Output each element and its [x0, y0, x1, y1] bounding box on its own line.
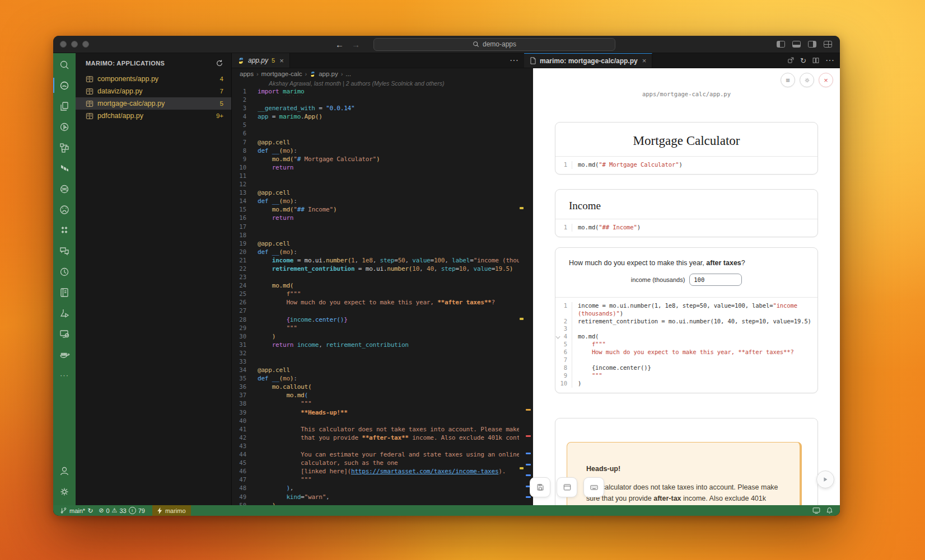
github-icon[interactable] — [53, 199, 76, 220]
problems-item[interactable]: ⊘ 0 ⚠ 33 i 79 — [96, 505, 148, 516]
keyboard-icon — [589, 482, 599, 492]
preview-code-line: 4mo.md( — [555, 333, 817, 341]
remote-monitor-icon[interactable] — [53, 323, 76, 344]
bell-icon[interactable] — [826, 507, 833, 514]
settings-button[interactable] — [800, 73, 814, 87]
code-line: 43 — [232, 442, 524, 450]
activity-bar: ··· — [53, 53, 76, 505]
sidebar-item-mortgage-calc-app-py[interactable]: mortgage-calc/app.py5 — [76, 97, 231, 110]
window-controls — [53, 41, 95, 48]
breadcrumb-item[interactable]: ... — [345, 70, 351, 77]
search-icon[interactable] — [53, 54, 76, 75]
run-all-button[interactable] — [816, 470, 834, 488]
terraform-icon[interactable] — [53, 158, 76, 178]
code-line: 4app = marimo.App() — [232, 112, 524, 121]
breadcrumb-item[interactable]: mortgage-calc — [261, 70, 302, 77]
layout-controls — [777, 36, 832, 53]
tab-app-py[interactable]: app.py 5 × — [232, 53, 290, 68]
account-icon[interactable] — [53, 460, 76, 481]
section-heading: Income — [555, 190, 817, 219]
marimo-status-item[interactable]: marimo — [152, 505, 191, 516]
code-line: 49 kind="warn", — [232, 493, 524, 501]
more-actions-icon[interactable]: ··· — [825, 55, 834, 65]
open-external-icon[interactable] — [787, 57, 795, 64]
run-graph-icon[interactable] — [53, 261, 76, 282]
warning-count: 33 — [119, 507, 126, 514]
sidebar-item-dataviz-app-py[interactable]: dataviz/app.py7 — [76, 85, 231, 97]
open-window-button[interactable] — [557, 477, 577, 497]
editor-group: app.py 5 × ··· apps › mortgage-calc › ap… — [232, 53, 524, 505]
refresh-icon[interactable]: ↻ — [800, 57, 806, 65]
run-pointer-icon[interactable] — [53, 116, 76, 137]
overview-ruler[interactable] — [519, 79, 524, 505]
split-editor-icon[interactable] — [812, 57, 820, 64]
card1-code[interactable]: 1mo.md("# Mortgage Calculator") — [555, 161, 817, 169]
preview-scroll-strip[interactable] — [524, 68, 533, 505]
sidebar-item-pdfchat-app-py[interactable]: pdfchat/app.py9+ — [76, 110, 231, 122]
preview-code-line: 9 """ — [555, 372, 817, 380]
editor-actions: ··· — [510, 53, 524, 68]
toggle-panel-icon[interactable] — [792, 41, 801, 48]
command-center-search[interactable]: demo-apps — [373, 38, 615, 51]
income-input-label: income (thousands) — [631, 276, 685, 283]
vscode-window: ← → demo-apps — [53, 36, 840, 516]
collapse-chevron-icon[interactable] — [556, 335, 560, 339]
refresh-icon[interactable] — [216, 59, 223, 67]
comments-icon[interactable] — [53, 241, 76, 261]
toggle-secondary-sidebar-icon[interactable] — [808, 41, 816, 48]
forward-icon[interactable]: → — [352, 40, 360, 49]
org-chart-icon[interactable] — [53, 137, 76, 158]
close-window-button[interactable] — [60, 41, 67, 48]
cast-icon[interactable] — [812, 507, 820, 514]
save-button[interactable] — [530, 477, 550, 497]
code-line: 42 that you provide **after-tax** income… — [232, 434, 524, 442]
python-icon — [237, 57, 245, 64]
git-blame-annotation: Akshay Agrawal, last month | 2 authors (… — [269, 80, 524, 87]
income-number-input[interactable] — [689, 274, 742, 286]
more-extensions-icon[interactable]: ··· — [53, 365, 76, 385]
code-line: 19@app.cell — [232, 239, 524, 248]
toggle-sidebar-icon[interactable] — [777, 41, 785, 48]
menu-button[interactable]: ≡ — [781, 73, 795, 87]
sync-icon[interactable]: ↻ — [87, 507, 93, 515]
notebook-file-icon — [86, 100, 94, 107]
marimo-webview: ≡ × apps/mortgage-calc/app.py Mortgage C… — [533, 68, 840, 505]
customize-layout-icon[interactable] — [824, 41, 832, 48]
breadcrumb-item[interactable]: app.py — [319, 70, 338, 77]
code-line: 32 — [232, 349, 524, 357]
code-line: 17 — [232, 223, 524, 231]
shutdown-button[interactable]: × — [819, 73, 833, 87]
history-nav: ← → — [335, 40, 360, 49]
minimize-window-button[interactable] — [71, 41, 78, 48]
preview-actions: ↻ ··· — [787, 53, 840, 68]
zoom-window-button[interactable] — [82, 41, 89, 48]
sidebar-item-components-app-py[interactable]: components/app.py4 — [76, 73, 231, 85]
docker-icon[interactable] — [53, 344, 76, 365]
back-icon[interactable]: ← — [335, 40, 344, 49]
settings-gear-icon[interactable] — [53, 481, 76, 502]
code-line: 46 [linked here](https://smartasset.com/… — [232, 467, 524, 476]
diamonds-icon[interactable] — [53, 220, 76, 241]
notebook-file-icon — [86, 112, 94, 120]
more-actions-icon[interactable]: ··· — [510, 55, 518, 65]
play-icon — [822, 476, 829, 483]
test-flask-icon[interactable] — [53, 303, 76, 323]
globe-icon[interactable] — [53, 178, 76, 199]
copy-files-icon[interactable] — [53, 96, 76, 116]
notebook-icon[interactable] — [53, 282, 76, 303]
tab-marimo-preview[interactable]: marimo: mortgage-calc/app.py × — [524, 53, 652, 68]
keyboard-shortcuts-button[interactable] — [583, 477, 604, 497]
card3-code[interactable]: 1income = mo.ui.number(1, 1e8, step=50, … — [555, 302, 817, 388]
code-editor[interactable]: Akshay Agrawal, last month | 2 authors (… — [232, 79, 524, 505]
code-line: 29 """ — [232, 324, 524, 332]
code-line: 45 calculator, such as the one — [232, 459, 524, 467]
marimo-extension-icon[interactable] — [53, 75, 76, 96]
breadcrumb-item[interactable]: apps — [240, 70, 254, 77]
close-icon[interactable]: × — [642, 57, 647, 65]
close-icon[interactable]: × — [279, 57, 284, 65]
card2-code[interactable]: 1mo.md("## Income") — [555, 224, 817, 232]
git-branch-item[interactable]: main* ↻ — [53, 505, 96, 516]
app-title: Mortgage Calculator — [555, 123, 817, 156]
code-line: 39 **Heads-up!** — [232, 408, 524, 417]
git-branch-icon — [60, 507, 67, 514]
